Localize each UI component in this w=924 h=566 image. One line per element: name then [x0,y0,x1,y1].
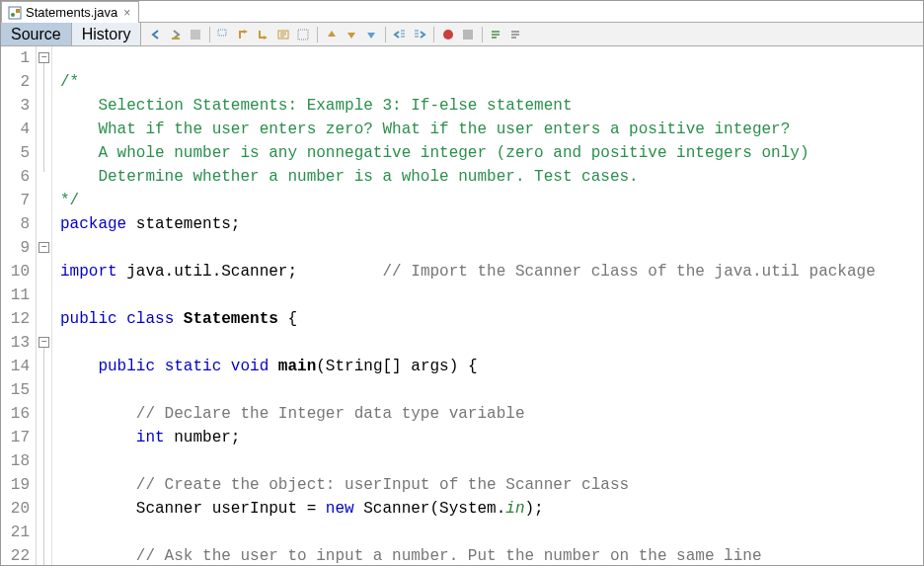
line-number: 15 [1,378,30,402]
code-line: // Declare the Integer data type variabl… [60,405,524,423]
code-comment: Selection Statements: Example 3: If-else… [60,97,572,115]
line-number: 14 [1,355,30,378]
nav-back-icon[interactable] [147,26,165,43]
fold-column: − − − [37,46,52,565]
code-line [60,334,70,352]
next-bookmark-icon[interactable] [343,26,360,43]
code-line [60,286,70,304]
code-comment: /* [60,73,79,91]
dotted-box-icon[interactable] [294,26,312,43]
line-number: 20 [1,497,30,521]
svg-rect-9 [463,30,473,40]
grey-square-icon[interactable] [187,26,204,43]
toolbar-separator [317,27,318,42]
tab-strip: Statements.java × [1,1,923,23]
toggle-bookmark-icon[interactable] [362,26,380,43]
side-tabs: Source History [1,23,141,45]
line-number: 9 [1,236,30,260]
line-number: 10 [1,260,30,283]
toolbar-separator [433,27,434,42]
code-comment: A whole number is any nonnegative intege… [60,144,809,162]
svg-point-1 [11,13,15,17]
svg-rect-3 [172,38,180,40]
line-number: 1 [1,46,30,70]
fold-toggle-icon[interactable]: − [38,337,49,348]
line-number: 18 [1,449,30,473]
line-number: 16 [1,402,30,426]
code-comment: What if the user enters zero? What if th… [60,121,790,138]
line-number: 19 [1,473,30,497]
file-tab-label: Statements.java [26,5,117,20]
shift-left-icon[interactable] [391,26,409,43]
stop-macro-icon[interactable] [459,26,477,43]
toggle-highlight-icon[interactable] [274,26,292,43]
editor-toolbar: Source History [1,23,923,46]
toolbar-icons [141,23,923,45]
code-line: int number; [60,429,240,446]
code-comment: Determine whether a number is a whole nu… [60,168,639,186]
line-number: 13 [1,331,30,355]
fold-guide [43,348,44,565]
code-line: import java.util.Scanner; // Import the … [60,263,876,281]
toolbar-separator [209,27,210,42]
line-number-gutter: 1234567891011121314151617181920212223 [1,46,37,565]
code-line [60,452,70,470]
line-number: 8 [1,212,30,236]
prev-bookmark-icon[interactable] [323,26,341,43]
line-number: 11 [1,283,30,307]
code-editor[interactable]: 1234567891011121314151617181920212223 − … [1,46,923,565]
svg-rect-2 [16,9,20,13]
line-number: 4 [1,118,30,141]
code-line: // Ask the user to input a number. Put t… [60,547,762,565]
find-selection-icon[interactable] [215,26,233,43]
fold-toggle-icon[interactable]: − [38,52,49,63]
code-line [60,381,70,399]
fold-toggle-icon[interactable]: − [38,242,49,253]
code-line: public class Statements { [60,310,297,328]
code-line: Scanner userInput = new Scanner(System.i… [60,500,544,518]
toolbar-separator [385,27,386,42]
code-line: // Create the object: userInput of the S… [60,476,629,494]
line-number: 3 [1,94,30,118]
code-line: package statements; [60,215,240,233]
find-next-icon[interactable] [255,26,272,43]
find-prev-icon[interactable] [235,26,253,43]
toolbar-separator [482,27,483,42]
comment-icon[interactable] [488,26,505,43]
fold-guide [43,63,44,172]
line-number: 2 [1,70,30,94]
line-number: 22 [1,544,30,565]
svg-point-8 [443,30,453,40]
code-line: public static void main(String[] args) { [60,358,478,375]
nav-fwd-icon[interactable] [167,26,185,43]
tab-history[interactable]: History [72,23,142,45]
code-area[interactable]: /* Selection Statements: Example 3: If-e… [52,46,923,565]
line-number: 12 [1,307,30,331]
svg-rect-7 [298,30,308,40]
line-number: 7 [1,189,30,212]
tab-source[interactable]: Source [1,23,72,45]
shift-right-icon[interactable] [411,26,428,43]
file-tab[interactable]: Statements.java × [1,1,139,23]
line-number: 5 [1,141,30,165]
line-number: 17 [1,426,30,449]
code-comment: */ [60,192,79,209]
uncomment-icon[interactable] [507,26,525,43]
code-line [60,239,70,257]
close-tab-icon[interactable]: × [121,7,132,19]
svg-rect-5 [218,30,226,36]
line-number: 6 [1,165,30,189]
java-file-icon [8,6,22,20]
start-macro-icon[interactable] [439,26,457,43]
line-number: 21 [1,521,30,544]
code-line [60,524,70,541]
svg-rect-4 [191,30,200,40]
